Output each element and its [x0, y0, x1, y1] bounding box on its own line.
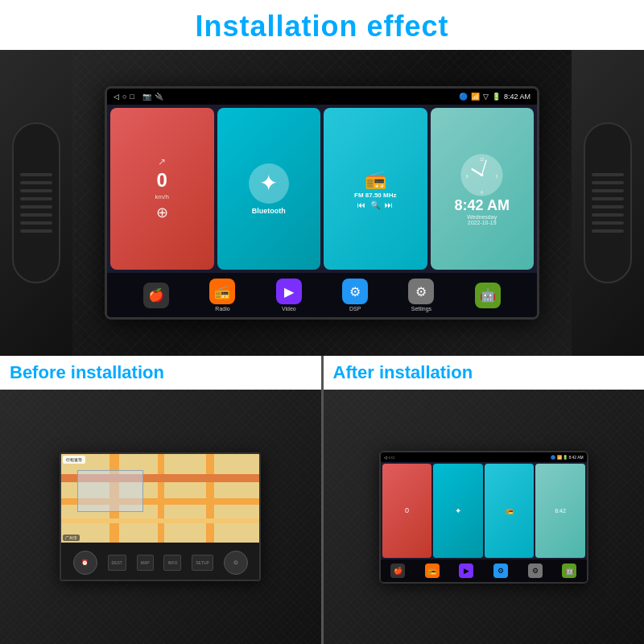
mini-clock-tile[interactable]: 8:42	[535, 464, 585, 558]
camera-icon: 📷	[142, 93, 151, 101]
bluetooth-label: Bluetooth	[252, 207, 286, 215]
vent-slot	[592, 221, 624, 225]
dest-btn[interactable]: DEST	[108, 555, 126, 571]
vent-slot	[20, 173, 52, 176]
speed-unit: km/h	[155, 193, 169, 200]
mini-settings-icon[interactable]: ⚙	[528, 564, 543, 578]
android-symbol: 🤖	[480, 287, 496, 303]
video-symbol: ▶	[284, 284, 294, 299]
speed-content: ↗ 0 km/h ⊕	[155, 156, 169, 221]
clock-tile[interactable]: 12 3 9 6 8:42 AM Wednesday 2022-10-19	[431, 108, 535, 270]
vent-slot	[20, 205, 52, 208]
time-display: 8:42 AM	[504, 93, 530, 101]
mini-bt-tile[interactable]: ✦	[433, 464, 483, 558]
vent-slot	[20, 221, 52, 225]
android-app-item[interactable]: 🤖	[475, 283, 501, 308]
clock-date: 2022-10-19	[468, 220, 497, 225]
mini-radio-bar: 📻	[427, 567, 436, 575]
before-content: 行程速导 广州市 ⏰ DEST MAP INFO SETUP ⊙	[0, 390, 321, 644]
after-content: ◁ ○ □ 🔵 📶 🔋 8:42 AM 0 ✦	[324, 390, 645, 644]
search-icon[interactable]: 🔍	[370, 200, 380, 209]
info-btn[interactable]: INFO	[163, 555, 181, 571]
stereo-unit-large: MIC RBT ◁ ○ □ 📷	[105, 86, 539, 320]
mini-radio-tile[interactable]: 📻	[485, 464, 535, 558]
after-installation-panel: After installation ◁ ○ □	[324, 356, 645, 644]
before-installation-panel: Before installation 行程速导	[0, 356, 324, 644]
vent-slot	[20, 181, 52, 184]
old-dial-btn[interactable]: ⊙	[224, 551, 248, 575]
mini-nav-tile[interactable]: 0	[382, 464, 432, 558]
old-stereo-buttons: ⏰ DEST MAP INFO SETUP ⊙	[61, 543, 259, 581]
map-road-h2	[61, 498, 259, 505]
status-bar: ◁ ○ □ 📷 🔌 🔵 📶 ▽ 🔋 8:42 AM	[107, 89, 537, 105]
signal-icon: ▽	[483, 93, 489, 101]
map-road-h3	[61, 518, 259, 523]
radio-icon: 📻	[365, 169, 386, 190]
nav-arrow-up: ↗	[158, 156, 166, 167]
apple-icon[interactable]: 🍎	[143, 283, 169, 308]
map-location: 广州市	[63, 535, 80, 541]
screen-large: ◁ ○ □ 📷 🔌 🔵 📶 ▽ 🔋 8:42 AM	[107, 89, 537, 317]
mini-radio-icon-bar[interactable]: 📻	[425, 564, 440, 578]
apple-app-item[interactable]: 🍎	[143, 283, 169, 308]
mini-settings: ⚙	[532, 567, 539, 575]
setup-btn[interactable]: SETUP	[192, 555, 213, 571]
car-dashboard-top: MIC RBT ◁ ○ □ 📷	[0, 50, 644, 356]
clock-day: Wednesday	[467, 214, 497, 220]
dsp-app-label: DSP	[349, 306, 361, 312]
mini-apple-icon[interactable]: 🍎	[390, 564, 405, 578]
dsp-app-icon[interactable]: ⚙	[342, 279, 368, 304]
mini-dsp: ⚙	[497, 567, 504, 575]
old-clock-btn[interactable]: ⏰	[73, 551, 97, 575]
nav-recent-icon[interactable]: □	[130, 93, 134, 101]
vent-slot	[592, 173, 624, 176]
map-info: 行程速导	[63, 456, 85, 464]
battery-icon: 🔋	[492, 93, 501, 101]
prev-track-icon[interactable]: ⏮	[357, 200, 365, 209]
mini-speed: 0	[405, 506, 409, 514]
dsp-app-item[interactable]: ⚙ DSP	[342, 279, 368, 312]
nav-logo: ⊕	[156, 204, 168, 221]
mini-video: ▶	[464, 567, 469, 575]
vent-slot	[592, 205, 624, 208]
settings-app-icon[interactable]: ⚙	[408, 279, 434, 304]
mini-nav-icons: ◁ ○ □	[384, 455, 394, 460]
settings-app-item[interactable]: ⚙ Settings	[408, 279, 434, 312]
settings-app-label: Settings	[411, 306, 431, 312]
vent-slots	[12, 122, 60, 283]
bluetooth-tile[interactable]: ✦ Bluetooth	[217, 108, 321, 270]
radio-tile[interactable]: 📻 FM 87.50 MHz ⏮ 🔍 ⏭	[324, 108, 427, 270]
bluetooth-symbol: ✦	[259, 170, 278, 196]
radio-app-icon[interactable]: 📻	[209, 279, 235, 304]
video-app-item[interactable]: ▶ Video	[276, 279, 302, 312]
left-vent	[0, 50, 72, 356]
nav-home-icon[interactable]: ○	[122, 93, 126, 101]
navigation-tile[interactable]: ↗ 0 km/h ⊕	[110, 108, 214, 270]
after-title: After installation	[333, 362, 635, 383]
speed-number: 0	[157, 169, 167, 192]
mini-video-icon[interactable]: ▶	[459, 564, 473, 578]
map-screen: 行程速导 广州市	[61, 454, 259, 543]
mini-dsp-icon[interactable]: ⚙	[493, 564, 508, 578]
nav-back-icon[interactable]: ◁	[114, 93, 119, 101]
map-road-h1	[61, 474, 259, 482]
wifi-icon: 📶	[471, 93, 480, 101]
next-track-icon[interactable]: ⏭	[385, 200, 393, 209]
right-vent	[572, 50, 644, 356]
app-grid-top: ↗ 0 km/h ⊕ ✦ Bluetooth	[107, 105, 537, 273]
android-app-icon[interactable]: 🤖	[475, 283, 501, 308]
after-header: After installation	[324, 356, 645, 390]
bluetooth-circle: ✦	[249, 163, 289, 204]
page-container: Installation effect	[0, 0, 644, 644]
vent-slot	[20, 229, 52, 233]
clock-symbol: ⏰	[81, 559, 89, 566]
vent-slot	[20, 197, 52, 200]
apple-symbol: 🍎	[148, 287, 164, 303]
map-btn[interactable]: MAP	[137, 555, 154, 571]
video-app-label: Video	[282, 306, 296, 312]
mini-android-icon[interactable]: 🤖	[562, 564, 576, 578]
radio-app-item[interactable]: 📻 Radio	[209, 279, 235, 312]
video-app-icon[interactable]: ▶	[276, 279, 302, 304]
page-title: Installation effect	[0, 10, 644, 43]
bottom-section: Before installation 行程速导	[0, 356, 644, 644]
